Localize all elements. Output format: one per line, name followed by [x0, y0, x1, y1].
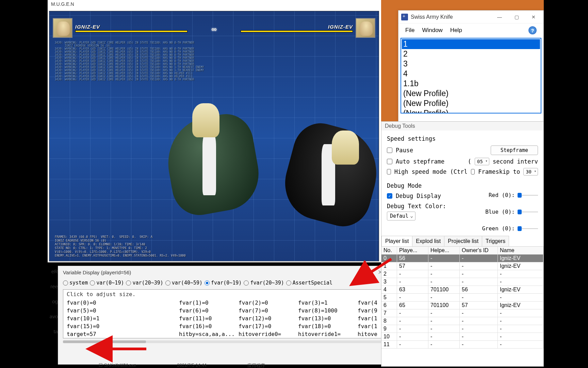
var-radio-0[interactable]: system — [63, 280, 88, 286]
auto-stepframe-checkbox[interactable] — [387, 159, 392, 164]
table-row[interactable]: 11---- — [381, 341, 543, 349]
p2-name: IGNIZ-EV — [241, 24, 353, 30]
table-row[interactable]: 3---- — [381, 278, 543, 286]
sak-tabs: Player list Explod list Projectile list … — [381, 236, 543, 247]
game-viewport: IGNIZ-EV ∞ IGNIZ-EV 3439: WARNING: PLAYE… — [49, 11, 379, 261]
var-radio-group: systemvar(0~19)var(20~39)var(40~59)fvar(… — [58, 278, 388, 289]
interval-combo[interactable]: 05 — [475, 158, 489, 165]
table-row[interactable]: 8---- — [381, 317, 543, 325]
var-radio-2[interactable]: var(20~39) — [126, 280, 163, 286]
sak-titlebar: Swiss Army Knife — ▢ ✕ — [398, 11, 543, 24]
profile-list[interactable]: 12341.1b(New Profile)(New Profile)(New P… — [401, 38, 541, 113]
var-radio-5[interactable]: fvar(20~39) — [244, 280, 284, 286]
frameskip-checkbox[interactable] — [471, 169, 475, 174]
table-row[interactable]: 10---- — [381, 333, 543, 341]
player-table-header: No. Playe... Helpe... Owner's ID Name — [381, 247, 543, 255]
var-table[interactable]: Click to adjust size. fvar(0)=0fvar(1)=0… — [63, 289, 383, 338]
var-radio-1[interactable]: var(0~19) — [90, 280, 124, 286]
profile-item[interactable]: 1 — [402, 39, 540, 49]
p2-healthbar — [241, 30, 353, 32]
var-row: fvar(10)=1fvar(11)=0fvar(12)=0fvar(13)=0… — [63, 315, 382, 322]
debug-color-select[interactable]: Defaul — [387, 212, 415, 220]
pause-checkbox[interactable] — [387, 148, 392, 153]
close-button[interactable]: ✕ — [526, 12, 541, 22]
sak-app-icon — [401, 14, 408, 20]
help-icon[interactable]: ? — [528, 26, 537, 34]
debug-tools-window: Debug Tools Speed settings Pause Stepfra… — [381, 121, 544, 367]
profile-item[interactable]: 3 — [402, 59, 540, 69]
table-row[interactable]: 5---- — [381, 294, 543, 302]
table-row[interactable]: 46370110056Igniz-EV — [381, 286, 543, 294]
red-slider[interactable] — [518, 195, 538, 196]
sak-menubar: File Window Help ? — [398, 24, 543, 37]
debug-mode-heading: Debug Mode — [387, 182, 538, 189]
var-radio-3[interactable]: var(40~59) — [165, 280, 202, 286]
table-row[interactable]: 7---- — [381, 309, 543, 317]
var-row: fvar(5)=0fvar(6)=0fvar(7)=0fvar(8)=1000f… — [63, 307, 382, 315]
explorer-row: ☐ SAKnifeWM.exe 2021/7/5 14:44 应用程序 — [99, 363, 265, 368]
var-row: fvar(15)=0fvar(16)=0fvar(17)=0fvar(18)=0… — [63, 322, 382, 330]
menu-help[interactable]: Help — [450, 27, 462, 34]
debug-display-label: Debug Display — [396, 193, 441, 199]
var-display-title: Variable Display (playerId=56) — [63, 270, 131, 275]
p1-hud: IGNIZ-EV — [53, 18, 187, 38]
profile-item[interactable]: 4 — [402, 69, 540, 79]
debug-display-checkbox[interactable] — [387, 193, 392, 199]
profile-item[interactable]: 2 — [402, 49, 540, 59]
minimize-button[interactable]: — — [492, 12, 507, 22]
profile-item[interactable]: (New Profile) — [402, 98, 540, 108]
frameskip-combo[interactable]: 30 — [523, 168, 538, 175]
left-edge-text: eR ree og avo ta — [48, 264, 58, 339]
table-row[interactable]: 2---- — [381, 270, 543, 278]
menu-window[interactable]: Window — [422, 27, 442, 34]
maximize-button[interactable]: ▢ — [509, 12, 524, 22]
green-slider[interactable] — [518, 228, 538, 229]
stepframe-button[interactable]: Stepframe — [491, 145, 538, 155]
sak-title: Swiss Army Knife — [411, 14, 490, 20]
highspeed-checkbox[interactable] — [387, 169, 391, 174]
round-timer: ∞ — [208, 23, 220, 36]
variable-display-window: Variable Display (playerId=56) ✕ systemv… — [58, 266, 388, 365]
p2-hud: IGNIZ-EV — [241, 18, 375, 38]
mugen-title: M.U.G.E.N — [48, 0, 381, 10]
auto-stepframe-label: Auto stepframe — [396, 158, 444, 165]
table-row[interactable]: 157--Igniz-EV — [381, 262, 543, 270]
table-row[interactable]: 9---- — [381, 325, 543, 333]
debug-overlay-bottom: FRAMES: 3439 (60.0 FPS) VRET: 0. SPEED: … — [55, 235, 186, 258]
frameskip-label: Frameskip to — [478, 168, 520, 175]
profile-item[interactable]: (New Profile) — [402, 108, 540, 113]
var-table-hint: Click to adjust size. — [63, 290, 382, 299]
profile-item[interactable]: 1.1b — [402, 79, 540, 89]
var-hscrollbar[interactable] — [63, 340, 383, 343]
menu-file[interactable]: File — [405, 27, 414, 34]
highspeed-label: High speed mode (Ctrl — [394, 168, 468, 175]
p1-avatar — [53, 18, 72, 38]
table-row[interactable]: 66570110057Igniz-EV — [381, 302, 543, 309]
table-row[interactable]: 056--Igniz-EV — [381, 255, 543, 262]
p2-avatar — [356, 18, 375, 38]
profile-item[interactable]: (New Profile) — [402, 89, 540, 98]
speed-settings-heading: Speed settings — [387, 135, 538, 142]
mugen-window: M.U.G.E.N IGNIZ-EV ∞ IGNIZ-EV 3439: WARN… — [48, 0, 381, 262]
fighter-p2 — [281, 113, 376, 236]
player-table: No. Playe... Helpe... Owner's ID Name 05… — [381, 247, 543, 349]
p1-healthbar — [75, 30, 187, 32]
tab-triggers[interactable]: Triggers — [482, 236, 509, 246]
debug-overlay-top: 3439: WARNING: PLAYER GOD IGNIZ CORE HEL… — [55, 41, 204, 81]
var-row: fvar(0)=0fvar(1)=0fvar(2)=0fvar(3)=1fvar… — [63, 299, 382, 307]
p1-name: IGNIZ-EV — [75, 24, 187, 30]
tab-player-list[interactable]: Player list — [381, 236, 412, 246]
fighter-p1 — [162, 103, 257, 226]
tab-explod-list[interactable]: Explod list — [412, 236, 444, 246]
tab-projectile-list[interactable]: Projectile list — [444, 236, 482, 246]
var-radio-4[interactable]: fvar(0~19) — [205, 280, 242, 286]
var-row: target=57hitby=sca,aa,a...hitoverride0=h… — [63, 330, 382, 338]
var-radio-6[interactable]: AssertSpecial — [286, 280, 332, 286]
debug-color-label: Debug Text Color: — [387, 201, 477, 212]
blue-slider[interactable] — [518, 212, 538, 212]
pause-label: Pause — [396, 147, 413, 154]
debug-tools-title: Debug Tools — [381, 122, 543, 131]
